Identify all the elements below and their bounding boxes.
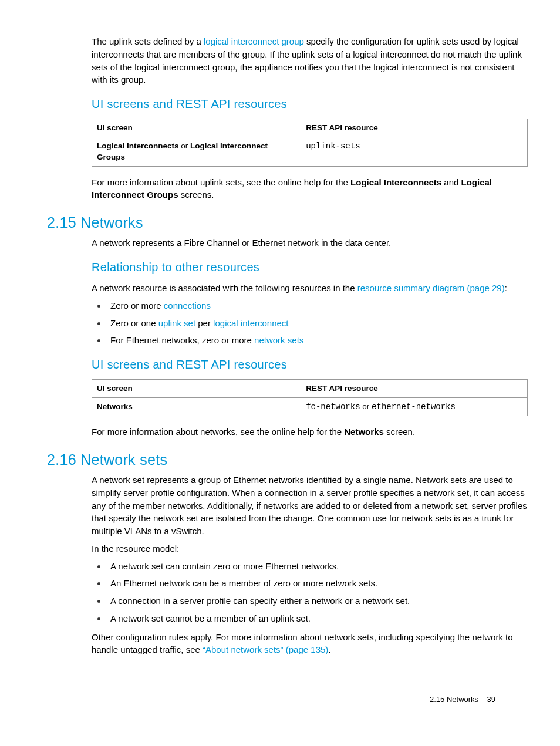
heading-2-16-network-sets: 2.16 Network sets: [47, 449, 528, 470]
li3-pre: For Ethernet networks, zero or more: [110, 335, 254, 345]
mi1-pre: For more information about uplink sets, …: [92, 177, 350, 187]
page-footer: 2.15 Networks 39: [430, 694, 495, 706]
mi1-b1: Logical Interconnects: [350, 177, 441, 187]
heading-2-15-networks: 2.15 Networks: [47, 212, 528, 233]
table-header-row: UI screen REST API resource: [92, 119, 528, 137]
td-ui-screen: Networks: [92, 397, 301, 416]
heading-relationship: Relationship to other resources: [92, 259, 528, 276]
li2-mid: per: [195, 318, 213, 328]
li2-pre: Zero or one: [110, 318, 158, 328]
sec216-p1: A network set represents a group of Ethe…: [92, 474, 528, 538]
td-api-mid: or: [360, 402, 372, 411]
mi1-mid: and: [441, 177, 461, 187]
list-item: A connection in a server profile can spe…: [107, 595, 528, 607]
sec216-p2: In the resource model:: [92, 542, 528, 555]
footer-section: 2.15 Networks: [430, 695, 478, 704]
list-item: A network set cannot be a member of an u…: [107, 612, 528, 625]
table-ui-rest-1: UI screen REST API resource Logical Inte…: [92, 119, 528, 167]
rel-pre: A network resource is associated with th…: [92, 283, 357, 293]
mi2-pre: For more information about networks, see…: [92, 427, 344, 437]
th-rest-api: REST API resource: [301, 380, 528, 398]
table-header-row: UI screen REST API resource: [92, 380, 528, 398]
link-about-network-sets[interactable]: “About network sets” (page 135): [203, 644, 328, 654]
td-ui-b1: Logical Interconnects: [97, 141, 179, 150]
p3-post: .: [328, 644, 330, 654]
td-api-c1: fc-networks: [306, 402, 360, 411]
list-item: A network set can contain zero or more E…: [107, 560, 528, 573]
td-ui-mid: or: [179, 141, 191, 150]
list-item: Zero or more connections: [107, 299, 528, 312]
rel-post: :: [505, 283, 507, 293]
td-ui-screen: Logical Interconnects or Logical Interco…: [92, 137, 301, 166]
list-item: An Ethernet network can be a member of z…: [107, 577, 528, 590]
more-info-1: For more information about uplink sets, …: [92, 176, 528, 202]
table-row: Networks fc-networks or ethernet-network…: [92, 397, 528, 416]
link-logical-interconnect[interactable]: logical interconnect: [213, 318, 288, 328]
intro-pre: The uplink sets defined by a: [92, 36, 204, 46]
footer-page-number: 39: [487, 695, 495, 704]
td-api-c2: ethernet-networks: [372, 402, 456, 411]
mi2-b: Networks: [344, 427, 384, 437]
list-item: Zero or one uplink set per logical inter…: [107, 317, 528, 330]
table-row: Logical Interconnects or Logical Interco…: [92, 137, 528, 166]
td-rest-api: fc-networks or ethernet-networks: [301, 397, 528, 416]
more-info-2: For more information about networks, see…: [92, 426, 528, 438]
mi2-post: screen.: [384, 427, 415, 437]
sec215-rel-p: A network resource is associated with th…: [92, 282, 528, 295]
sec215-p1: A network represents a Fibre Channel or …: [92, 237, 528, 249]
heading-ui-rest-1: UI screens and REST API resources: [92, 96, 528, 113]
mi1-post: screens.: [178, 190, 214, 200]
uplink-intro-paragraph: The uplink sets defined by a logical int…: [92, 35, 528, 86]
sec216-list: A network set can contain zero or more E…: [92, 560, 528, 625]
th-rest-api: REST API resource: [301, 119, 528, 137]
th-ui-screen: UI screen: [92, 380, 301, 398]
link-connections[interactable]: connections: [164, 301, 211, 310]
link-uplink-set[interactable]: uplink set: [158, 318, 195, 328]
th-ui-screen: UI screen: [92, 119, 301, 137]
list-item: For Ethernet networks, zero or more netw…: [107, 334, 528, 347]
link-network-sets[interactable]: network sets: [254, 335, 303, 345]
table-ui-rest-2: UI screen REST API resource Networks fc-…: [92, 379, 528, 416]
sec216-p3: Other configuration rules apply. For mor…: [92, 631, 528, 657]
sec215-list: Zero or more connections Zero or one upl…: [92, 299, 528, 347]
td-rest-api: uplink-sets: [301, 137, 528, 166]
td-api-code: uplink-sets: [306, 141, 360, 151]
link-resource-summary-diagram[interactable]: resource summary diagram (page 29): [357, 283, 505, 293]
heading-ui-rest-2: UI screens and REST API resources: [92, 356, 528, 373]
li1-pre: Zero or more: [110, 301, 164, 310]
td-ui-b: Networks: [97, 402, 133, 411]
link-logical-interconnect-group[interactable]: logical interconnect group: [204, 36, 304, 46]
